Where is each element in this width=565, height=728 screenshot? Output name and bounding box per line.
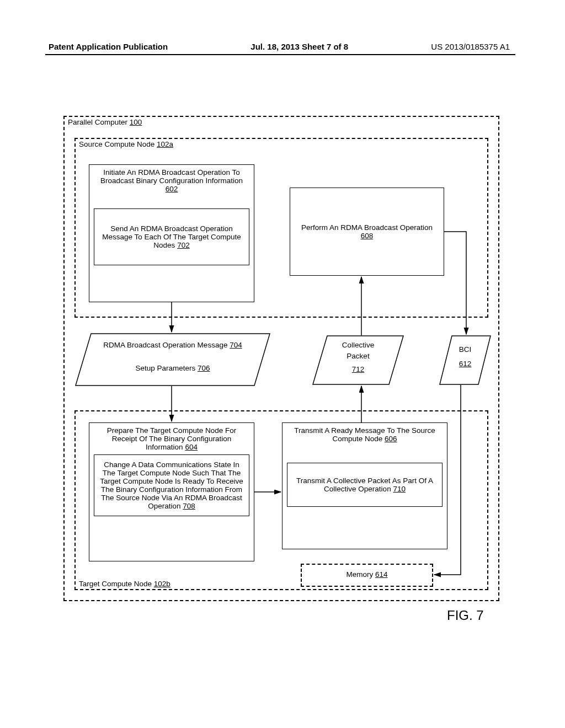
- msg704-text: RDMA Broadcast Operation Message: [103, 341, 230, 349]
- box-710: Transmit A Collective Packet As Part Of …: [287, 463, 443, 507]
- header-right: US 2013/0185375 A1: [431, 42, 510, 51]
- target-text: Target Compute Node: [79, 580, 154, 588]
- b604-text: Prepare The Target Compute Node For Rece…: [107, 426, 236, 451]
- b710-text: Transmit A Collective Packet As Part Of …: [296, 477, 433, 493]
- box-702: Send An RDMA Broadcast Operation Message…: [94, 208, 249, 265]
- parallel-ref: 100: [130, 118, 142, 126]
- page-header: Patent Application Publication Jul. 18, …: [0, 42, 565, 51]
- header-mid: Jul. 18, 2013 Sheet 7 of 8: [250, 42, 348, 51]
- msg706-ref: 706: [198, 364, 210, 372]
- mem-ref: 614: [375, 570, 388, 579]
- pkt712-l2: Packet: [312, 352, 404, 360]
- box-602-text: Initiate An RDMA Broadcast Operation To …: [94, 168, 249, 193]
- msg706-label: Setup Parameters 706: [74, 364, 271, 372]
- memory-label: Memory 614: [302, 570, 432, 579]
- header-left: Patent Application Publication: [49, 42, 168, 51]
- msg706-text: Setup Parameters: [135, 364, 198, 372]
- target-label: Target Compute Node 102b: [78, 580, 172, 588]
- pkt712-ref: 712: [352, 365, 365, 373]
- b702-text: Send An RDMA Broadcast Operation Message…: [102, 224, 241, 249]
- box-602: Initiate An RDMA Broadcast Operation To …: [89, 164, 254, 302]
- source-text: Source Compute Node: [79, 140, 157, 148]
- figure-label: FIG. 7: [447, 608, 484, 623]
- b710-ref: 710: [393, 485, 406, 493]
- bci-ref-wrap: 612: [439, 360, 492, 368]
- header-rule: [45, 54, 515, 55]
- memory-box: Memory 614: [301, 564, 433, 587]
- b608-text: Perform An RDMA Broadcast Operation: [301, 223, 433, 232]
- box-708: Change A Data Communications State In Th…: [94, 454, 249, 516]
- b702-ref: 702: [177, 241, 190, 249]
- para-704: RDMA Broadcast Operation Message 704 Set…: [74, 333, 271, 386]
- para-612: BCI 612: [439, 335, 492, 385]
- bci-ref: 612: [459, 360, 472, 368]
- bci-l1: BCI: [439, 345, 492, 354]
- b608-ref: 608: [361, 232, 374, 240]
- box-604: Prepare The Target Compute Node For Rece…: [89, 422, 254, 561]
- b602-text: Initiate An RDMA Broadcast Operation To …: [100, 168, 243, 185]
- target-ref: 102b: [154, 580, 170, 588]
- box-606: Transmit A Ready Message To The Source C…: [282, 422, 447, 549]
- parallel-text: Parallel Computer: [68, 118, 130, 126]
- b606-ref: 606: [385, 435, 397, 443]
- box-604-text: Prepare The Target Compute Node For Rece…: [94, 426, 249, 451]
- box-606-text: Transmit A Ready Message To The Source C…: [287, 426, 443, 443]
- diagram-canvas: Parallel Computer 100 Source Compute Nod…: [63, 116, 499, 601]
- source-ref: 102a: [157, 140, 173, 148]
- source-label: Source Compute Node 102a: [78, 140, 174, 148]
- pkt712-l1: Collective: [312, 341, 404, 349]
- pkt712-ref-wrap: 712: [312, 365, 404, 373]
- b708-ref: 708: [183, 502, 195, 510]
- b606-text: Transmit A Ready Message To The Source C…: [294, 426, 435, 443]
- box-608: Perform An RDMA Broadcast Operation 608: [290, 188, 444, 276]
- msg704-label: RDMA Broadcast Operation Message 704: [74, 341, 271, 349]
- msg704-ref: 704: [230, 341, 242, 349]
- b604-ref: 604: [185, 443, 198, 451]
- mem-text: Memory: [346, 570, 375, 579]
- parallel-label: Parallel Computer 100: [67, 118, 143, 126]
- b708-text: Change A Data Communications State In Th…: [100, 461, 243, 510]
- para-712: Collective Packet 712: [312, 335, 404, 385]
- b602-ref: 602: [166, 185, 178, 193]
- box-608-text: Perform An RDMA Broadcast Operation 608: [295, 223, 439, 240]
